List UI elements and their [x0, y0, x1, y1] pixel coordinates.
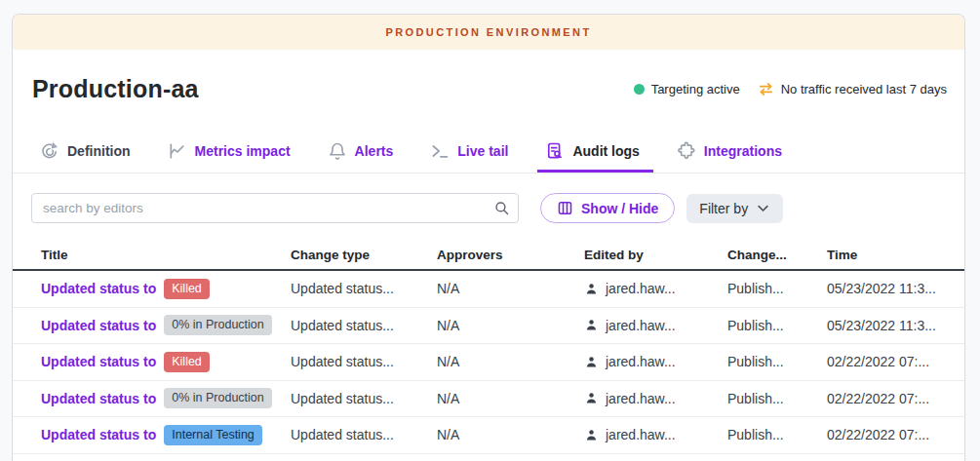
show-hide-columns-button[interactable]: Show / Hide: [540, 193, 675, 223]
person-icon: [584, 355, 599, 369]
title-cell: Updated status to Killed: [41, 279, 291, 299]
status-badge: Killed: [164, 279, 210, 299]
search-field-wrapper: [31, 193, 519, 223]
person-icon: [584, 428, 599, 442]
tab-definition[interactable]: Definition: [40, 129, 131, 173]
column-header-title: Title: [41, 248, 291, 262]
traffic-arrows-icon: [758, 81, 774, 97]
table-row: Updated status to 0% in Production Updat…: [13, 308, 964, 345]
time-cell: 02/22/2022 07:...: [827, 427, 964, 442]
tab-label: Integrations: [704, 143, 782, 159]
filter-by-button[interactable]: Filter by: [686, 194, 783, 223]
show-hide-label: Show / Hide: [581, 201, 658, 216]
change-cell: Publish...: [727, 354, 827, 369]
change-type-cell: Updated status...: [291, 354, 437, 369]
audit-log-document-icon: [545, 141, 565, 161]
tab-alerts[interactable]: Alerts: [328, 129, 394, 173]
bell-icon: [328, 141, 347, 161]
filter-by-label: Filter by: [699, 201, 748, 216]
editor-name: jared.haw...: [606, 354, 676, 369]
table-row: Updated status to Killed Updated status.…: [13, 271, 964, 308]
banner-label: PRODUCTION ENVIRONMENT: [385, 26, 591, 38]
table-row: Updated status to Killed Updated status.…: [13, 344, 964, 381]
edited-by-cell: jared.haw...: [584, 391, 727, 406]
change-cell: Publish...: [727, 281, 827, 296]
tab-metrics-impact[interactable]: Metrics impact: [168, 129, 291, 173]
audit-entry-link[interactable]: Updated status to: [41, 391, 156, 406]
targeting-status: Targeting active: [634, 82, 740, 96]
chevron-down-icon: [756, 201, 770, 215]
definition-target-icon: [40, 141, 59, 161]
column-header-change: Change...: [727, 248, 827, 262]
search-icon: [493, 200, 510, 216]
status-badge: 0% in Production: [164, 388, 272, 408]
editor-name: jared.haw...: [606, 391, 676, 406]
terminal-icon: [430, 141, 450, 161]
title-cell: Updated status to 0% in Production: [41, 388, 291, 408]
tab-label: Metrics impact: [195, 143, 291, 159]
environment-header: Production-aa Targeting active No traffi…: [13, 50, 964, 129]
edited-by-cell: jared.haw...: [584, 318, 727, 333]
approvers-cell: N/A: [437, 354, 584, 369]
change-type-cell: Updated status...: [291, 281, 437, 296]
tab-label: Alerts: [355, 143, 394, 159]
title-cell: Updated status to Internal Testing: [41, 425, 291, 445]
audit-log-table: Title Change type Approvers Edited by Ch…: [13, 240, 964, 454]
tab-integrations[interactable]: Integrations: [677, 129, 782, 173]
change-cell: Publish...: [727, 391, 827, 406]
approvers-cell: N/A: [437, 391, 584, 406]
columns-icon: [557, 200, 573, 216]
audit-table-body: Updated status to Killed Updated status.…: [13, 271, 964, 454]
approvers-cell: N/A: [437, 318, 584, 333]
table-row: Updated status to 0% in Production Updat…: [13, 381, 964, 418]
time-cell: 02/22/2022 07:...: [827, 354, 964, 369]
audit-entry-link[interactable]: Updated status to: [41, 318, 156, 333]
person-icon: [584, 282, 599, 296]
title-cell: Updated status to 0% in Production: [41, 315, 291, 335]
column-header-time: Time: [827, 248, 964, 262]
edited-by-cell: jared.haw...: [584, 427, 727, 442]
tab-bar: Definition Metrics impact Alerts Live ta…: [13, 129, 964, 173]
toolbar: Show / Hide Filter by: [31, 193, 947, 223]
audit-entry-link[interactable]: Updated status to: [41, 427, 156, 442]
metrics-chart-icon: [168, 141, 187, 161]
traffic-status-label: No traffic received last 7 days: [781, 82, 947, 96]
editor-name: jared.haw...: [606, 318, 676, 333]
audit-entry-link[interactable]: Updated status to: [41, 281, 156, 296]
column-header-edited-by: Edited by: [584, 248, 727, 262]
targeting-active-dot-icon: [634, 84, 645, 95]
change-type-cell: Updated status...: [291, 427, 437, 442]
status-badge: Internal Testing: [164, 425, 262, 445]
tab-live-tail[interactable]: Live tail: [430, 129, 508, 173]
edited-by-cell: jared.haw...: [584, 281, 727, 296]
status-badge: Killed: [164, 352, 210, 372]
time-cell: 02/22/2022 07:...: [827, 391, 964, 406]
person-icon: [584, 391, 599, 405]
change-cell: Publish...: [727, 318, 827, 333]
time-cell: 05/23/2022 11:3...: [827, 281, 964, 296]
edited-by-cell: jared.haw...: [584, 354, 727, 369]
change-type-cell: Updated status...: [291, 391, 437, 406]
tab-label: Audit logs: [572, 143, 639, 159]
person-icon: [584, 318, 599, 332]
traffic-status: No traffic received last 7 days: [758, 81, 947, 97]
editor-name: jared.haw...: [606, 427, 676, 442]
column-header-change-type: Change type: [291, 248, 437, 262]
change-cell: Publish...: [727, 427, 827, 442]
page-title: Production-aa: [32, 75, 199, 103]
audit-entry-link[interactable]: Updated status to: [41, 354, 156, 369]
change-type-cell: Updated status...: [291, 318, 437, 333]
title-cell: Updated status to Killed: [41, 352, 291, 372]
search-input[interactable]: [31, 193, 519, 223]
tab-label: Live tail: [457, 143, 508, 159]
status-indicators: Targeting active No traffic received las…: [634, 81, 947, 97]
approvers-cell: N/A: [437, 427, 584, 442]
table-header-row: Title Change type Approvers Edited by Ch…: [13, 240, 964, 271]
approvers-cell: N/A: [437, 281, 584, 296]
time-cell: 05/23/2022 11:3...: [827, 318, 964, 333]
environment-card: PRODUCTION ENVIRONMENT Production-aa Tar…: [12, 14, 965, 461]
tab-audit-logs[interactable]: Audit logs: [545, 129, 639, 173]
tab-label: Definition: [67, 143, 131, 159]
status-badge: 0% in Production: [164, 315, 272, 335]
editor-name: jared.haw...: [606, 281, 676, 296]
